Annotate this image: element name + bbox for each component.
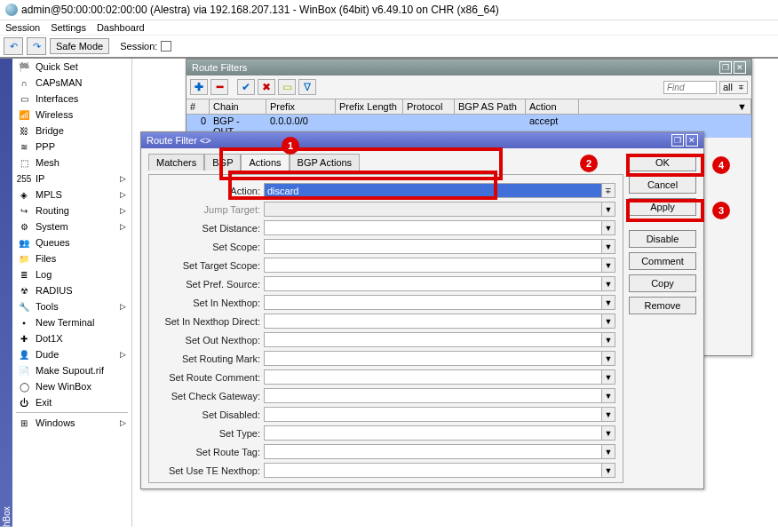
- sidebar-item-tools[interactable]: 🔧Tools▷: [12, 298, 131, 314]
- col-aspath[interactable]: BGP AS Path: [455, 99, 526, 114]
- col-proto[interactable]: Protocol: [403, 99, 455, 114]
- expand-arrow-icon[interactable]: ▼: [602, 220, 615, 235]
- action-select[interactable]: discard: [264, 183, 602, 198]
- sidebar-item-radius[interactable]: ☢RADIUS: [12, 282, 131, 298]
- expand-arrow-icon[interactable]: ▼: [602, 425, 615, 441]
- redo-button[interactable]: ↷: [27, 37, 46, 55]
- expand-arrow-icon[interactable]: ▼: [602, 202, 615, 217]
- close-icon[interactable]: ✕: [734, 61, 746, 74]
- sidebar-item-quick-set[interactable]: 🏁Quick Set: [12, 59, 131, 75]
- sidebar-item-bridge[interactable]: ⛓Bridge: [12, 123, 131, 139]
- sidebar-item-label: Make Supout.rif: [36, 365, 104, 376]
- enable-button[interactable]: ✔: [237, 79, 255, 95]
- sidebar-item-log[interactable]: ≣Log: [12, 266, 131, 282]
- sidebar-item-label: Exit: [36, 397, 52, 408]
- filter-type-select[interactable]: all∓: [719, 81, 748, 94]
- menu-session[interactable]: Session: [5, 22, 40, 33]
- cancel-button[interactable]: Cancel: [629, 176, 696, 194]
- sidebar-item-routing[interactable]: ↪Routing▷: [12, 202, 131, 218]
- form-row-rcomment: Set Route Comment:▼: [156, 369, 615, 385]
- sidebar-item-capsman[interactable]: ∩CAPsMAN: [12, 75, 131, 91]
- apply-button[interactable]: Apply: [629, 198, 696, 216]
- form-row-innhd: Set In Nexthop Direct:▼: [156, 313, 615, 330]
- comment-button[interactable]: Comment: [629, 252, 696, 270]
- sidebar-item-new-winbox[interactable]: ◯New WinBox: [12, 378, 131, 394]
- disable-button[interactable]: Disable: [629, 230, 696, 248]
- tab-matchers[interactable]: Matchers: [148, 154, 204, 171]
- sidebar-item-files[interactable]: 📁Files: [12, 250, 131, 266]
- expand-arrow-icon[interactable]: ▼: [602, 258, 615, 273]
- col-more[interactable]: ▼: [579, 99, 751, 114]
- sidebar-item-dude[interactable]: 👤Dude▷: [12, 346, 131, 362]
- session-checkbox[interactable]: [161, 41, 171, 52]
- sidebar-item-interfaces[interactable]: ▭Interfaces: [12, 91, 131, 107]
- remove-button[interactable]: ━: [210, 79, 228, 95]
- innh-input[interactable]: [264, 295, 602, 310]
- close-icon[interactable]: ✕: [686, 134, 698, 147]
- restore-icon[interactable]: ❐: [719, 61, 732, 74]
- sidebar-item-system[interactable]: ⚙System▷: [12, 218, 131, 234]
- sidebar-item-mpls[interactable]: ◈MPLS▷: [12, 187, 131, 202]
- sidebar-item-dot1x[interactable]: ✚Dot1X: [12, 330, 131, 346]
- col-action[interactable]: Action: [526, 99, 579, 114]
- innhd-input[interactable]: [264, 314, 602, 329]
- expand-arrow-icon[interactable]: ▼: [602, 463, 615, 478]
- sidebar-item-ip[interactable]: 255IP▷: [12, 171, 131, 187]
- sidebar-item-ppp[interactable]: ≋PPP: [12, 139, 131, 155]
- sidebar-item-exit[interactable]: ⏻Exit: [12, 394, 131, 410]
- expand-arrow-icon[interactable]: ▼: [602, 276, 615, 291]
- expand-arrow-icon[interactable]: ▼: [602, 314, 615, 329]
- rcomment-input[interactable]: [264, 369, 602, 385]
- sidebar-item-windows[interactable]: ⊞Windows▷: [12, 415, 131, 431]
- disable-button[interactable]: ✖: [258, 79, 275, 95]
- tscope-input[interactable]: [264, 258, 602, 273]
- expand-arrow-icon[interactable]: ▼: [602, 239, 615, 254]
- col-num[interactable]: #: [187, 99, 210, 114]
- type-input[interactable]: [264, 425, 602, 441]
- scope-input[interactable]: [264, 239, 602, 254]
- submenu-arrow-icon: ▷: [120, 206, 126, 215]
- prefsrc-input[interactable]: [264, 276, 602, 291]
- menu-dashboard[interactable]: Dashboard: [97, 22, 145, 33]
- sidebar-item-wireless[interactable]: 📶Wireless: [12, 107, 131, 123]
- col-prefix[interactable]: Prefix: [266, 99, 336, 114]
- distance-input[interactable]: [264, 220, 602, 235]
- sidebar-item-make-supout.rif[interactable]: 📄Make Supout.rif: [12, 362, 131, 378]
- safe-mode-button[interactable]: Safe Mode: [50, 38, 109, 54]
- outnh-input[interactable]: [264, 332, 602, 347]
- add-button[interactable]: ✚: [190, 79, 208, 95]
- expand-arrow-icon[interactable]: ▼: [602, 332, 615, 347]
- expand-arrow-icon[interactable]: ▼: [602, 369, 615, 385]
- rmark-input[interactable]: [264, 351, 602, 366]
- expand-arrow-icon[interactable]: ▼: [602, 444, 615, 459]
- dropdown-arrow-icon[interactable]: ∓: [602, 183, 615, 198]
- route-filter-titlebar[interactable]: Route Filter <> ❐ ✕: [141, 132, 703, 148]
- disabled-input[interactable]: [264, 407, 602, 422]
- field-label: Set Use TE Nexthop:: [156, 465, 260, 476]
- ok-button[interactable]: OK: [629, 154, 696, 171]
- sidebar-item-queues[interactable]: 👥Queues: [12, 234, 131, 250]
- usenh-input[interactable]: [264, 463, 602, 478]
- expand-arrow-icon[interactable]: ▼: [602, 407, 615, 422]
- restore-icon[interactable]: ❐: [671, 134, 684, 147]
- tab-actions[interactable]: Actions: [241, 154, 289, 171]
- col-chain[interactable]: Chain: [210, 99, 266, 114]
- find-input[interactable]: [663, 81, 717, 94]
- undo-button[interactable]: ↶: [4, 37, 23, 55]
- sidebar-item-new-terminal[interactable]: ▪New Terminal: [12, 314, 131, 330]
- tab-bgp[interactable]: BGP: [204, 154, 241, 171]
- filter-button[interactable]: ∇: [298, 79, 316, 95]
- route-filters-titlebar[interactable]: Route Filters ❐ ✕: [187, 60, 751, 75]
- expand-arrow-icon[interactable]: ▼: [602, 351, 615, 366]
- expand-arrow-icon[interactable]: ▼: [602, 388, 615, 403]
- remove-button[interactable]: Remove: [629, 297, 696, 314]
- copy-button[interactable]: Copy: [629, 274, 696, 292]
- comment-button[interactable]: ▭: [278, 79, 296, 95]
- col-plen[interactable]: Prefix Length: [336, 99, 403, 114]
- rtag-input[interactable]: [264, 444, 602, 459]
- checkgw-input[interactable]: [264, 388, 602, 403]
- expand-arrow-icon[interactable]: ▼: [602, 295, 615, 310]
- tab-bgp-actions[interactable]: BGP Actions: [290, 154, 361, 171]
- menu-settings[interactable]: Settings: [51, 22, 86, 33]
- sidebar-item-mesh[interactable]: ⬚Mesh: [12, 155, 131, 171]
